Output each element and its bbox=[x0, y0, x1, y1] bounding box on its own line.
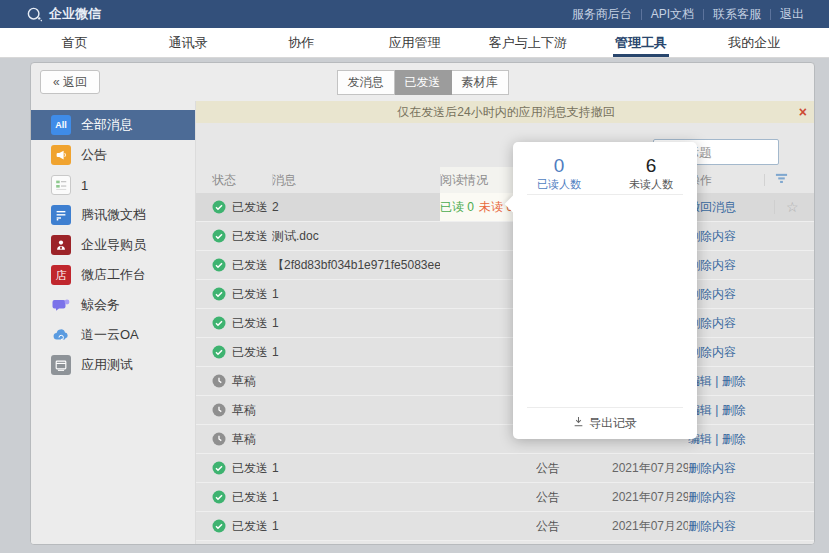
back-button[interactable]: « 返回 bbox=[40, 70, 100, 94]
nav-app-management[interactable]: 应用管理 bbox=[358, 28, 471, 57]
status-label: 已发送 bbox=[232, 228, 268, 245]
tab-sent[interactable]: 已发送 bbox=[395, 70, 452, 95]
star-icon[interactable]: ☆ bbox=[774, 199, 799, 215]
nav-contacts[interactable]: 通讯录 bbox=[131, 28, 244, 57]
unread-count-value: 6 bbox=[605, 155, 697, 176]
popup-empty-body bbox=[513, 195, 697, 407]
table-row[interactable]: 已发送 1 删除内容 bbox=[196, 280, 815, 309]
header-filter bbox=[764, 167, 815, 193]
api-doc-link[interactable]: API文档 bbox=[642, 6, 703, 23]
sent-check-icon bbox=[212, 519, 226, 533]
sent-check-icon bbox=[212, 490, 226, 504]
status-label: 已发送 bbox=[232, 518, 268, 535]
sidebar-item-label: 企业导购员 bbox=[81, 236, 146, 254]
sidebar-item-label: 1 bbox=[81, 178, 88, 193]
delete-content-link[interactable]: 删除内容 bbox=[688, 518, 736, 535]
unread-count-stat[interactable]: 6 未读人数 bbox=[605, 155, 697, 194]
header-status: 状态 bbox=[196, 167, 272, 193]
sidebar-item-label: 鲸会务 bbox=[81, 296, 120, 314]
app-sidebar: All 全部消息 公告 1 腾讯微文档 企业导购员 bbox=[31, 101, 196, 545]
wework-logo-icon bbox=[26, 6, 43, 23]
table-row[interactable]: 已发送 1 删除内容 bbox=[196, 309, 815, 338]
sidebar-item-label: 微店工作台 bbox=[81, 266, 146, 284]
app-logo-text: 企业微信 bbox=[49, 5, 101, 23]
status-label: 已发送 bbox=[232, 344, 268, 361]
table-row[interactable]: 草稿 编辑 | 删除 bbox=[196, 367, 815, 396]
delete-content-link[interactable]: 删除内容 bbox=[688, 489, 736, 506]
sent-check-icon bbox=[212, 461, 226, 475]
topbar-links: 服务商后台 API文档 联系客服 退出 bbox=[563, 6, 813, 23]
main-panel: 仅在发送后24小时内的应用消息支持撤回 × 状态 消息 阅读情况 操作 bbox=[196, 101, 815, 545]
nav-my-company[interactable]: 我的企业 bbox=[698, 28, 811, 57]
nav-collaboration[interactable]: 协作 bbox=[245, 28, 358, 57]
document-icon bbox=[51, 205, 71, 225]
header-message: 消息 bbox=[272, 167, 440, 193]
sidebar-item-label: 公告 bbox=[81, 146, 107, 164]
megaphone-icon bbox=[51, 145, 71, 165]
logout-link[interactable]: 退出 bbox=[771, 6, 813, 23]
tab-send-message[interactable]: 发消息 bbox=[337, 70, 395, 95]
sidebar-item-label: 腾讯微文档 bbox=[81, 206, 146, 224]
sent-check-icon bbox=[212, 258, 226, 272]
status-label: 已发送 bbox=[232, 315, 268, 332]
tab-material-library[interactable]: 素材库 bbox=[452, 70, 509, 95]
message-table: 状态 消息 阅读情况 操作 已发送 2 已读 0未读 6 撤回消息 bbox=[196, 167, 815, 541]
table-row[interactable]: 已发送 1 公告 2021年07月29日 删除内容 bbox=[196, 454, 815, 483]
table-row[interactable]: 已发送 测试.doc 删除内容 bbox=[196, 222, 815, 251]
table-row[interactable]: 已发送 2 已读 0未读 6 撤回消息 ☆ bbox=[196, 193, 815, 222]
sent-check-icon bbox=[212, 316, 226, 330]
header-operations: 操作 bbox=[688, 167, 764, 193]
table-row[interactable]: 草稿 编辑 | 删除 bbox=[196, 425, 815, 454]
contact-support-link[interactable]: 联系客服 bbox=[704, 6, 770, 23]
table-row[interactable]: 草稿 编辑 | 删除 bbox=[196, 396, 815, 425]
sidebar-item-daoyiyun-oa[interactable]: 道一云OA bbox=[31, 320, 195, 350]
person-icon bbox=[51, 235, 71, 255]
sidebar-item-announcement[interactable]: 公告 bbox=[31, 140, 195, 170]
sidebar-item-whale-meeting[interactable]: 鲸会务 bbox=[31, 290, 195, 320]
shop-icon: 店 bbox=[51, 265, 71, 285]
sidebar-item-1[interactable]: 1 bbox=[31, 170, 195, 200]
sidebar-item-shopping-guide[interactable]: 企业导购员 bbox=[31, 230, 195, 260]
card-toolbar: « 返回 发消息 已发送 素材库 bbox=[31, 63, 814, 101]
nav-admin-tools[interactable]: 管理工具 bbox=[584, 28, 697, 57]
download-icon bbox=[573, 416, 584, 430]
filter-funnel-icon[interactable] bbox=[774, 172, 789, 188]
sidebar-item-microstore[interactable]: 店 微店工作台 bbox=[31, 260, 195, 290]
all-badge-icon: All bbox=[51, 115, 71, 135]
notebook-icon bbox=[51, 175, 71, 195]
status-label: 已发送 bbox=[232, 257, 268, 274]
nav-customers[interactable]: 客户与上下游 bbox=[471, 28, 584, 57]
sidebar-item-all-messages[interactable]: All 全部消息 bbox=[31, 110, 195, 140]
status-label: 已发送 bbox=[232, 286, 268, 303]
sidebar-item-tencent-docs[interactable]: 腾讯微文档 bbox=[31, 200, 195, 230]
topbar: 企业微信 服务商后台 API文档 联系客服 退出 bbox=[0, 0, 829, 28]
message-tabs: 发消息 已发送 素材库 bbox=[337, 70, 509, 95]
nav-home[interactable]: 首页 bbox=[18, 28, 131, 57]
sidebar-item-label: 全部消息 bbox=[81, 116, 133, 134]
sent-check-icon bbox=[212, 345, 226, 359]
app-window-icon bbox=[51, 355, 71, 375]
table-row[interactable]: 已发送 1 公告 2021年07月29日 删除内容 bbox=[196, 483, 815, 512]
table-row[interactable]: 已发送 1 公告 2021年07月20日 删除内容 bbox=[196, 512, 815, 541]
popup-stats: 0 已读人数 6 未读人数 bbox=[513, 142, 697, 194]
chat-bubbles-icon bbox=[51, 295, 71, 315]
sent-check-icon bbox=[212, 287, 226, 301]
read-count-stat[interactable]: 0 已读人数 bbox=[513, 155, 605, 194]
draft-clock-icon bbox=[212, 432, 226, 446]
table-row[interactable]: 已发送 【2f8d83bf034b1e971fe5083eea... 删除内容 bbox=[196, 251, 815, 280]
sidebar-item-app-test[interactable]: 应用测试 bbox=[31, 350, 195, 380]
search-zone bbox=[196, 123, 815, 167]
provider-console-link[interactable]: 服务商后台 bbox=[563, 6, 641, 23]
read-status-popup: 0 已读人数 6 未读人数 导出记录 bbox=[513, 142, 697, 439]
status-label: 草稿 bbox=[232, 373, 256, 390]
draft-clock-icon bbox=[212, 403, 226, 417]
status-label: 草稿 bbox=[232, 402, 256, 419]
message-cell: 2 bbox=[272, 193, 440, 221]
status-label: 已发送 bbox=[232, 460, 268, 477]
sidebar-item-label: 道一云OA bbox=[81, 326, 139, 344]
export-records-button[interactable]: 导出记录 bbox=[513, 408, 697, 438]
banner-close-icon[interactable]: × bbox=[799, 103, 807, 121]
table-row[interactable]: 已发送 1 删除内容 bbox=[196, 338, 815, 367]
main-nav: 首页 通讯录 协作 应用管理 客户与上下游 管理工具 我的企业 bbox=[0, 28, 829, 58]
delete-content-link[interactable]: 删除内容 bbox=[688, 460, 736, 477]
